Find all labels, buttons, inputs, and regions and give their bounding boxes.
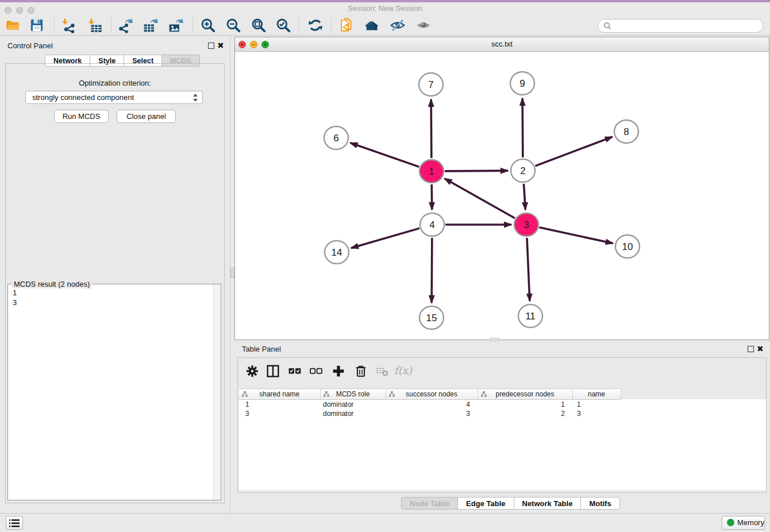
graph-node-3[interactable]: 3 (514, 213, 538, 236)
window-title: Session: New Session (0, 4, 770, 13)
refresh-icon[interactable] (307, 17, 324, 33)
tab-network-table[interactable]: Network Table (514, 497, 582, 510)
column-header-shared-name[interactable]: shared name (239, 389, 320, 400)
graph-edge-2-3[interactable] (523, 184, 525, 210)
tab-node-table[interactable]: Node Table (401, 497, 458, 510)
table-panel-close-button[interactable]: ✖ (757, 346, 764, 352)
zoom-selected-icon[interactable] (275, 17, 291, 33)
delete-column-icon-disabled (375, 364, 390, 379)
table-row[interactable]: 3 dominator 3 2 3 (239, 409, 621, 418)
network-canvas[interactable]: 7968124314101511 (235, 52, 769, 340)
column-header-name[interactable]: name (572, 389, 621, 400)
network-window-titlebar: × − + scc.txt (235, 37, 769, 52)
export-table-icon[interactable] (143, 17, 159, 33)
import-network-icon[interactable] (61, 17, 77, 33)
graph-node-2[interactable]: 2 (511, 159, 535, 182)
graph-edge-2-9[interactable] (522, 98, 523, 157)
graph-node-1[interactable]: 1 (419, 160, 444, 183)
table-panel-title: Table Panel (242, 345, 281, 353)
export-network-icon[interactable] (117, 17, 133, 33)
search-icon (603, 22, 611, 30)
zoom-in-icon[interactable] (200, 17, 216, 33)
optimization-criterion-label: Optimization criterion: (5, 79, 225, 87)
graph-node-10[interactable]: 10 (615, 235, 640, 258)
hide-details-icon[interactable] (390, 17, 406, 33)
column-header-predecessor-nodes[interactable]: predecessor nodes (478, 389, 572, 400)
graph-edge-1-2[interactable] (445, 171, 508, 171)
control-panel-close-button[interactable]: ✖ (217, 43, 224, 49)
function-builder-icon-disabled: f(x) (394, 364, 409, 379)
tab-motifs[interactable]: Motifs (581, 497, 619, 510)
column-layout-icon[interactable] (265, 364, 280, 379)
table-row[interactable]: 1 dominator 4 1 1 (239, 400, 621, 410)
graph-node-6[interactable]: 6 (324, 126, 348, 149)
graph-node-label: 9 (519, 78, 525, 89)
dropdown-stepper-icon (193, 92, 198, 103)
graph-edge-2-8[interactable] (536, 137, 613, 166)
graph-node-label: 2 (520, 165, 525, 176)
toolbar-separator (299, 18, 299, 33)
zoom-out-icon[interactable] (225, 17, 241, 33)
control-panel-float-button[interactable] (208, 43, 214, 49)
export-image-icon[interactable] (168, 17, 184, 33)
graph-node-label: 11 (525, 311, 536, 322)
deselect-all-rows-icon[interactable] (309, 364, 324, 379)
column-header-successor-nodes[interactable]: successor nodes (386, 389, 478, 400)
first-neighbors-icon[interactable] (364, 17, 380, 33)
open-session-icon[interactable] (5, 17, 21, 33)
control-panel-title: Control Panel (7, 41, 53, 50)
graph-node-4[interactable]: 4 (420, 213, 444, 236)
graph-edge-3-10[interactable] (539, 228, 613, 244)
add-row-icon[interactable] (331, 364, 346, 379)
save-session-icon[interactable] (29, 17, 45, 33)
status-bar: Memory (0, 513, 770, 532)
run-mcds-button[interactable]: Run MCDS (54, 110, 109, 123)
zoom-fit-icon[interactable] (251, 17, 267, 33)
result-scrollbar[interactable] (213, 284, 221, 500)
toolbar-separator (331, 18, 332, 33)
delete-rows-icon[interactable] (353, 364, 368, 379)
toolbar-separator (192, 18, 193, 33)
select-all-rows-icon[interactable] (287, 364, 302, 379)
graph-edge-1-6[interactable] (351, 143, 419, 167)
dropdown-selected-value: strongly connected component (32, 93, 134, 102)
graph-edge-1-7[interactable] (431, 99, 432, 158)
search-field (598, 19, 763, 33)
graph-node-14[interactable]: 14 (325, 241, 349, 264)
memory-button[interactable]: Memory (722, 516, 765, 530)
graph-edge-3-11[interactable] (527, 238, 530, 301)
table-browser: f(x) shared name MCDS role successor nod… (237, 357, 767, 493)
main-toolbar (0, 16, 770, 36)
search-input[interactable] (614, 21, 760, 32)
network-file-icon[interactable] (339, 17, 355, 33)
optimization-criterion-dropdown[interactable]: strongly connected component (25, 91, 203, 104)
graph-node-15[interactable]: 15 (419, 306, 444, 329)
graph-node-11[interactable]: 11 (518, 304, 542, 327)
graph-node-label: 14 (332, 247, 342, 258)
graph-edge-3-1[interactable] (445, 179, 515, 218)
show-details-icon[interactable] (415, 17, 432, 33)
network-window-title: scc.txt (235, 40, 769, 48)
import-table-icon[interactable] (87, 17, 103, 33)
attribute-icon (242, 391, 248, 397)
close-panel-button[interactable]: Close panel (117, 110, 176, 123)
table-browser-tabs: Node Table Edge Table Network Table Moti… (401, 497, 620, 510)
panel-divider-grip[interactable] (230, 268, 234, 278)
memory-status-icon (727, 519, 734, 526)
graph-node-8[interactable]: 8 (614, 120, 638, 143)
attribute-icon (481, 391, 487, 397)
graph-node-label: 10 (622, 241, 633, 252)
mcds-result-area[interactable]: 13 (7, 284, 221, 500)
table-settings-icon[interactable] (245, 364, 260, 379)
column-header-mcds-role[interactable]: MCDS role (320, 389, 386, 400)
graph-edge-4-14[interactable] (351, 228, 419, 248)
table-panel-float-button[interactable] (748, 346, 754, 352)
task-history-button[interactable] (6, 516, 23, 530)
tab-edge-table[interactable]: Edge Table (458, 497, 514, 510)
graph-edge-4-15[interactable] (432, 238, 432, 303)
graph-node-7[interactable]: 7 (419, 73, 443, 96)
toolbar-separator (111, 18, 111, 33)
node-table: shared name MCDS role successor nodes pr… (239, 388, 621, 418)
graph-node-9[interactable]: 9 (510, 72, 534, 95)
horizontal-divider-grip[interactable] (490, 338, 499, 341)
